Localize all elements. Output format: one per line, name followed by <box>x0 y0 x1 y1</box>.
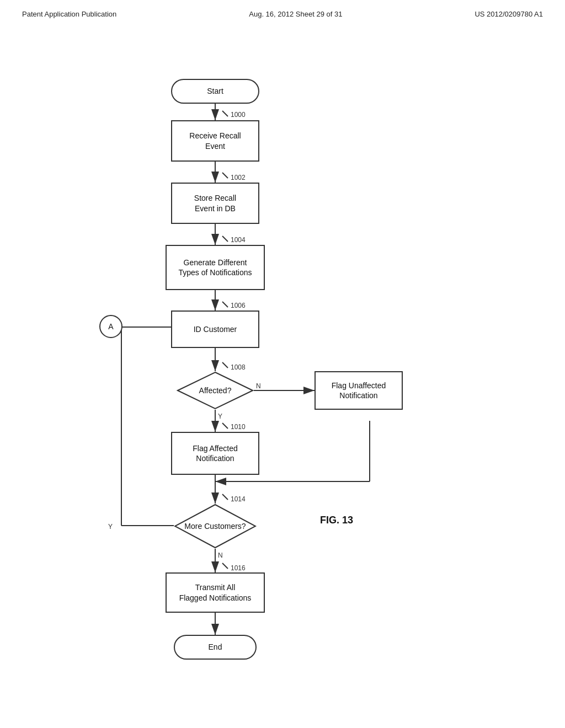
svg-line-22 <box>222 423 228 429</box>
step-1002-label: 1002 <box>231 174 246 181</box>
figure-label: FIG. 13 <box>320 515 353 526</box>
svg-line-25 <box>222 563 228 569</box>
more-customers-diamond: More Customers? <box>174 504 257 549</box>
connector-a: A <box>99 315 122 338</box>
end-node: End <box>174 635 257 660</box>
step-1014-label: 1014 <box>231 495 246 503</box>
header-patent-number: US 2012/0209780 A1 <box>475 10 543 18</box>
affected-no-label: N <box>256 382 261 390</box>
svg-line-24 <box>222 494 228 500</box>
svg-line-17 <box>222 111 228 116</box>
svg-line-18 <box>222 173 228 178</box>
step-1004-label: 1004 <box>231 236 246 244</box>
generate-notifications-node: Generate Different Types of Notification… <box>166 245 265 290</box>
flowchart-arrows <box>0 29 565 708</box>
more-customers-yes-label: Y <box>108 523 113 531</box>
more-customers-no-label: N <box>218 552 223 559</box>
flag-affected-node: Flag Affected Notification <box>171 432 259 475</box>
store-recall-node: Store Recall Event in DB <box>171 183 259 224</box>
svg-line-20 <box>222 302 228 307</box>
receive-recall-node: Receive Recall Event <box>171 120 259 162</box>
svg-line-19 <box>222 236 228 242</box>
start-node: Start <box>171 79 259 104</box>
step-1010-label: 1010 <box>231 423 246 431</box>
step-1006-label: 1006 <box>231 302 246 309</box>
affected-diamond: Affected? <box>177 371 254 410</box>
transmit-all-node: Transmit All Flagged Notifications <box>166 572 265 613</box>
header-date-sheet: Aug. 16, 2012 Sheet 29 of 31 <box>249 10 342 18</box>
diagram-area: Start 1000 Receive Recall Event 1002 Sto… <box>0 29 565 708</box>
step-1008-label: 1008 <box>231 363 246 371</box>
header-publication: Patent Application Publication <box>22 10 116 18</box>
svg-line-21 <box>222 362 228 368</box>
step-1016-label: 1016 <box>231 564 246 572</box>
step-1000-label: 1000 <box>231 111 246 119</box>
id-customer-node: ID Customer <box>171 311 259 348</box>
affected-yes-label: Y <box>218 413 222 420</box>
flag-unaffected-node: Flag Unaffected Notification <box>315 371 403 410</box>
page-header: Patent Application Publication Aug. 16, … <box>0 0 565 24</box>
